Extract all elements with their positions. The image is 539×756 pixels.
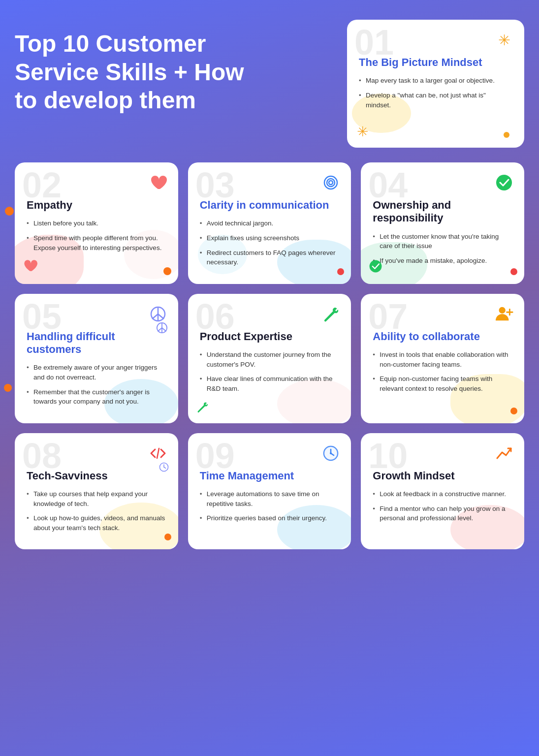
card-03-dot — [337, 268, 344, 275]
card-03-bullet-3: Redirect customers to FAQ pages wherever… — [200, 248, 340, 267]
card-02-bullet-2: Spend time with people different from yo… — [27, 233, 166, 252]
card-05-bullet-1: Be extremely aware of your anger trigger… — [27, 363, 166, 382]
card-04-bullet-1: Let the customer know that you're taking… — [373, 232, 512, 251]
wrench-icon — [318, 302, 343, 326]
card-09: 09 Time Management Leverage automations … — [188, 433, 351, 550]
card-03: 03 Clarity in communication Avoid techni… — [188, 162, 351, 284]
clock-icon — [318, 441, 343, 466]
person-add-icon — [492, 302, 516, 326]
card-02-bullet-1: Listen before you talk. — [27, 219, 166, 228]
card-08-number: 08 — [22, 438, 62, 473]
card-10-bullet-1: Look at feedback in a constructive manne… — [373, 489, 512, 499]
card-03-bullet-1: Avoid technical jargon. — [200, 219, 340, 228]
card-02: 02 Empathy Listen before you talk. Spend… — [15, 162, 178, 284]
svg-point-0 — [329, 181, 333, 185]
card-06-bottom-icon — [196, 401, 209, 415]
card-07-number: 07 — [368, 299, 408, 334]
heart-icon — [146, 170, 170, 195]
card-06-bullet-1: Understand the customer journey from the… — [200, 350, 340, 369]
svg-line-19 — [164, 467, 166, 468]
card-02-number: 02 — [22, 167, 62, 203]
card-05-icon2 — [156, 321, 168, 336]
svg-point-4 — [370, 260, 382, 272]
card-07-bullet-1: Invest in tools that enable collaboratio… — [373, 350, 512, 369]
svg-point-24 — [330, 452, 332, 454]
card-10-bullet-2: Find a mentor who can help you grow on a… — [373, 504, 512, 523]
card-02-dot — [163, 267, 171, 275]
svg-point-13 — [499, 307, 506, 313]
card-05-number: 05 — [22, 299, 62, 334]
card-08-clock-icon — [159, 462, 169, 474]
card-06-number: 06 — [195, 299, 235, 334]
card-10-bullets: Look at feedback in a constructive manne… — [373, 489, 512, 523]
card-06-bullet-2: Have clear lines of communication with t… — [200, 374, 340, 393]
card-04-bullet-2: If you've made a mistake, apologize. — [373, 256, 512, 266]
card-01-number: 01 — [354, 25, 394, 60]
network-icon: ✳ — [492, 28, 516, 52]
outer-dot-2 — [4, 384, 12, 392]
card-05: 05 Handling difficult customers Be extre… — [15, 294, 178, 423]
card-06: 06 Product Expertise Understand the cust… — [188, 294, 351, 423]
card-01-bullet-2: Develop a "what can be, not just what is… — [359, 91, 512, 110]
card-07-dot — [510, 408, 517, 414]
card-09-bullet-2: Prioritize queries based on their urgenc… — [200, 513, 340, 523]
card-01: 01 ✳ The Big Picture Mindset Map every t… — [347, 20, 524, 148]
card-07-bullet-2: Equip non-customer facing teams with rel… — [373, 374, 512, 393]
card-09-bullets: Leverage automations to save time on rep… — [200, 489, 340, 523]
card-01-dot — [504, 132, 509, 138]
card-01-bullets: Map every task to a larger goal or objec… — [359, 76, 512, 110]
card-09-number: 09 — [195, 438, 235, 473]
card-08: 08 Tech-Savviness Take up courses that h… — [15, 433, 178, 550]
card-07-bullets: Invest in tools that enable collaboratio… — [373, 350, 512, 393]
card-04: 04 Ownership and responsibility Let the … — [361, 162, 524, 284]
card-10: 10 Growth Mindset Look at feedback in a … — [361, 433, 524, 550]
card-03-number: 03 — [195, 167, 235, 203]
card-01-bottom-icon: ✳ — [357, 124, 368, 140]
svg-line-16 — [157, 448, 159, 458]
card-04-dot — [510, 268, 517, 275]
row-2: 02 Empathy Listen before you talk. Spend… — [15, 162, 524, 284]
row-3: 05 Handling difficult customers Be extre… — [15, 294, 524, 423]
check-icon — [492, 170, 516, 195]
card-08-bullet-1: Take up courses that help expand your kn… — [27, 489, 166, 508]
card-04-number: 04 — [368, 167, 408, 203]
card-08-bullet-2: Look up how-to guides, videos, and manua… — [27, 513, 166, 533]
row-4: 08 Tech-Savviness Take up courses that h… — [15, 433, 524, 550]
svg-line-8 — [158, 314, 164, 319]
svg-line-11 — [158, 328, 162, 331]
card-04-bullets: Let the customer know that you're taking… — [373, 232, 512, 266]
card-09-bullet-1: Leverage automations to save time on rep… — [200, 489, 340, 508]
outer-dot-1 — [5, 207, 14, 216]
chart-icon — [492, 441, 516, 466]
card-02-bottom-icon — [23, 258, 37, 276]
svg-line-7 — [152, 314, 158, 319]
header-section: Top 10 Customer Service Skills + How to … — [15, 20, 524, 148]
card-01-bullet-1: Map every task to a larger goal or objec… — [359, 76, 512, 86]
card-05-bullet-2: Remember that the customer's anger is to… — [27, 387, 166, 407]
card-04-bottom-icon — [369, 259, 382, 276]
card-06-bullets: Understand the customer journey from the… — [200, 350, 340, 393]
main-title: Top 10 Customer Service Skills + How to … — [15, 20, 261, 115]
card-03-bullet-2: Explain fixes using screenshots — [200, 233, 340, 243]
card-02-bullets: Listen before you talk. Spend time with … — [27, 219, 166, 252]
card-08-dot — [164, 534, 171, 540]
card-10-number: 10 — [368, 438, 408, 473]
svg-point-3 — [496, 175, 512, 190]
svg-line-12 — [162, 328, 166, 331]
card-07: 07 Ability to collaborate Invest in tool… — [361, 294, 524, 423]
svg-point-1 — [327, 179, 335, 187]
signal-icon — [318, 170, 343, 195]
